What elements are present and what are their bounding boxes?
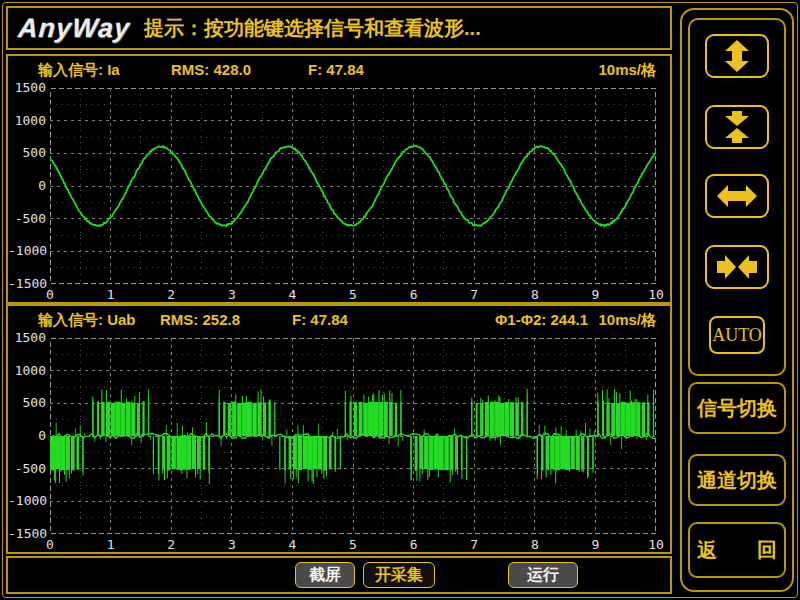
y-tick-label: -1500 [8,526,46,541]
expand-vertical-button[interactable] [705,34,769,78]
freq-value: F: 47.84 [292,311,348,328]
x-tick-label: 6 [410,287,418,302]
x-tick-label: 7 [470,287,478,302]
rms-value: RMS: 428.0 [171,61,251,78]
y-tick-label: 1500 [8,80,46,95]
screenshot-button[interactable]: 截屏 [295,562,355,588]
y-tick-label: -500 [8,461,46,476]
run-button[interactable]: 运行 [508,562,578,588]
y-tick-label: 500 [8,145,46,160]
x-tick-label: 9 [591,287,599,302]
x-tick-label: 2 [167,537,175,552]
panel-header-uab: 输入信号: Uab RMS: 252.8 F: 47.84 Φ1-Φ2: 244… [8,311,670,333]
x-tick-label: 1 [107,537,115,552]
x-tick-label: 1 [107,287,115,302]
expand-horizontal-button[interactable] [705,174,769,218]
y-tick-label: 1500 [8,330,46,345]
y-tick-label: -1000 [8,243,46,258]
signal-label: 输入信号: Uab [38,311,136,330]
auto-button[interactable]: AUTO [709,316,765,354]
rms-value: RMS: 252.8 [160,311,240,328]
compress-vertical-button[interactable] [705,105,769,149]
waveform-panel-uab: 输入信号: Uab RMS: 252.8 F: 47.84 Φ1-Φ2: 244… [6,304,672,554]
y-tick-label: 0 [8,428,46,443]
channel-switch-button[interactable]: 通道切换 [688,454,786,506]
analyzer-screen: AnyWay 提示：按功能键选择信号和查看波形... 输入信号: Ia RMS:… [0,0,800,600]
x-tick-label: 10 [648,537,664,552]
bottom-toolbar: 截屏 开采集 运行 [6,556,672,594]
x-tick-label: 0 [46,287,54,302]
signal-switch-button[interactable]: 信号切换 [688,382,786,434]
return-button[interactable]: 返 回 [688,522,786,578]
timebase-label: 10ms/格 [598,61,656,80]
y-tick-label: 1000 [8,113,46,128]
x-tick-label: 8 [531,537,539,552]
x-tick-label: 8 [531,287,539,302]
x-tick-label: 9 [591,537,599,552]
sine-waveform-plot [50,88,656,284]
x-tick-label: 4 [288,287,296,302]
x-tick-label: 3 [228,537,236,552]
expand-horizontal-icon [717,180,757,212]
compress-horizontal-icon [717,251,757,283]
sidebar: AUTO 信号切换 通道切换 返 回 [680,8,794,592]
brand-logo: AnyWay [17,13,131,44]
y-tick-label: 500 [8,395,46,410]
x-tick-label: 5 [349,287,357,302]
x-tick-label: 10 [648,287,664,302]
panel-header-ia: 输入信号: Ia RMS: 428.0 F: 47.84 10ms/格 [8,61,670,83]
pwm-waveform-plot [50,338,656,534]
y-tick-label: -500 [8,211,46,226]
timebase-label: 10ms/格 [598,311,656,330]
y-tick-label: -1500 [8,276,46,291]
phase-value: Φ1-Φ2: 244.1 [495,311,588,328]
y-tick-label: -1000 [8,493,46,508]
compress-vertical-icon [717,111,757,143]
compress-horizontal-button[interactable] [705,245,769,289]
x-tick-label: 4 [288,537,296,552]
expand-vertical-icon [717,40,757,72]
freq-value: F: 47.84 [308,61,364,78]
waveform-panel-ia: 输入信号: Ia RMS: 428.0 F: 47.84 10ms/格 1500… [6,54,672,304]
x-tick-label: 6 [410,537,418,552]
start-acquisition-button[interactable]: 开采集 [363,562,435,588]
y-tick-label: 0 [8,178,46,193]
tip-text: 提示：按功能键选择信号和查看波形... [144,15,481,42]
x-tick-label: 0 [46,537,54,552]
y-tick-label: 1000 [8,363,46,378]
x-tick-label: 7 [470,537,478,552]
signal-label: 输入信号: Ia [38,61,120,80]
x-tick-label: 3 [228,287,236,302]
zoom-button-group: AUTO [688,18,786,376]
titlebar: AnyWay 提示：按功能键选择信号和查看波形... [6,6,672,50]
x-tick-label: 5 [349,537,357,552]
x-tick-label: 2 [167,287,175,302]
